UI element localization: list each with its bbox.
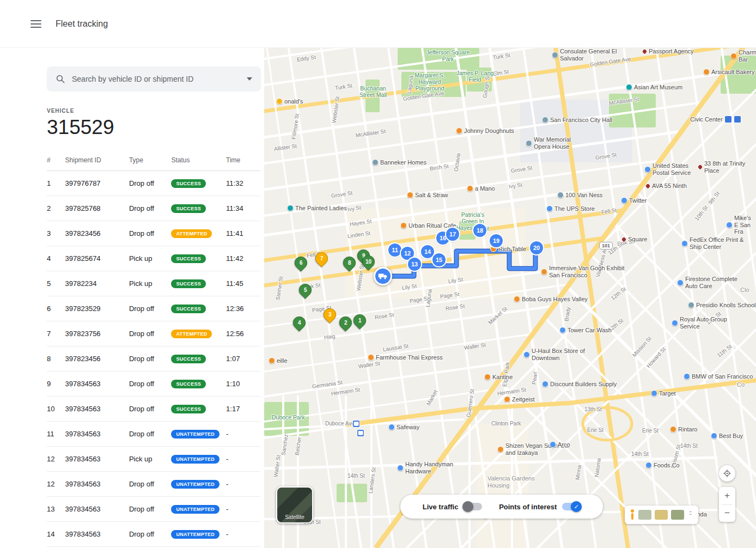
shipment-status: UNATTEMPTED — [171, 447, 226, 472]
map-stops: 1234567891011121314151617181920 — [264, 48, 756, 548]
shipment-time: 11:41 — [226, 221, 260, 246]
shipment-row[interactable]: 6397823529Drop offSUCCESS12:36 — [47, 296, 260, 321]
shipment-status: UNATTEMPTED — [171, 422, 226, 447]
shipment-status: SUCCESS — [171, 296, 226, 321]
shipment-id: 397834563 — [65, 497, 129, 522]
shipment-time: - — [226, 472, 260, 497]
menu-button[interactable] — [31, 20, 41, 28]
points-of-interest-toggle[interactable]: Points of interest ✓ — [499, 503, 581, 511]
photo-thumbnail[interactable] — [671, 510, 684, 520]
shipment-time: 11:42 — [226, 246, 260, 271]
vehicle-marker[interactable] — [374, 267, 392, 285]
shipment-id: 397834563 — [65, 397, 129, 422]
shipment-id: 397823756 — [65, 321, 129, 346]
shipment-id: 397976787 — [65, 171, 129, 196]
shipment-row[interactable]: 14397834563Drop offUNATTEMPTED- — [47, 522, 260, 547]
shipment-time: 11:32 — [226, 171, 260, 196]
zoom-controls: + − — [719, 487, 735, 522]
shipment-time: - — [226, 422, 260, 447]
pegman-icon[interactable] — [629, 509, 635, 520]
shipment-row[interactable]: 2397825768Drop offSUCCESS11:34 — [47, 196, 260, 221]
shipment-id: 397834563 — [65, 447, 129, 472]
shipment-row[interactable]: 7397823756Drop offATTEMPTED12:56 — [47, 321, 260, 346]
shipment-id: 397834563 — [65, 522, 129, 547]
shipment-status: ATTEMPTED — [171, 321, 226, 346]
shipment-row[interactable]: 12397834563Pick upUNATTEMPTED- — [47, 447, 260, 472]
stop-marker-2[interactable]: 2 — [337, 314, 355, 332]
photo-thumbnail[interactable] — [638, 510, 651, 520]
zoom-out-button[interactable]: − — [719, 505, 735, 522]
shipment-type: Drop off — [129, 422, 172, 447]
stop-marker-3[interactable]: 3 — [321, 306, 339, 324]
stop-marker-8[interactable]: 8 — [340, 254, 358, 272]
stop-marker-4[interactable]: 4 — [290, 314, 308, 332]
column-header: Shipment ID — [65, 153, 129, 171]
fleet-tracking-app: Fleet tracking Search by vehicle ID or s… — [0, 0, 756, 548]
shipment-row[interactable]: 12397834563Drop offUNATTEMPTED- — [47, 472, 260, 497]
row-number: 4 — [47, 246, 65, 271]
row-number: 12 — [47, 472, 65, 497]
shipment-table: #Shipment IDTypeStatusTime 1397976787Dro… — [47, 153, 260, 547]
stop-marker-20[interactable]: 20 — [530, 241, 543, 254]
status-badge: UNATTEMPTED — [171, 430, 220, 439]
row-number: 5 — [47, 271, 65, 296]
shipment-time: 12:56 — [226, 321, 260, 346]
shipment-type: Drop off — [129, 196, 172, 221]
search-icon — [56, 74, 65, 84]
status-badge: SUCCESS — [171, 405, 206, 413]
row-number: 3 — [47, 221, 65, 246]
my-location-button[interactable] — [719, 465, 735, 482]
shipment-row[interactable]: 11397834563Drop offUNATTEMPTED- — [47, 422, 260, 447]
shipment-status: UNATTEMPTED — [171, 497, 226, 522]
points-of-interest-switch[interactable]: ✓ — [562, 503, 581, 510]
stop-marker-19[interactable]: 19 — [490, 234, 503, 247]
shipment-time: - — [226, 522, 260, 547]
live-traffic-toggle[interactable]: Live traffic — [423, 503, 483, 511]
search-box[interactable]: Search by vehicle ID or shipment ID — [47, 66, 261, 92]
live-traffic-switch[interactable] — [464, 503, 482, 510]
map[interactable]: Eddy StTurk StTurk StGolden Gate AveGold… — [264, 48, 756, 548]
stop-marker-17[interactable]: 17 — [446, 228, 459, 241]
collapse-chevrons-icon[interactable]: ⌃⌃ — [687, 512, 694, 517]
row-number: 13 — [47, 497, 65, 522]
shipment-row[interactable]: 9397834563Drop offSUCCESS1:10 — [47, 372, 260, 397]
chevron-down-icon[interactable] — [247, 77, 252, 81]
shipment-row[interactable]: 3397823456Drop offATTEMPTED11:41 — [47, 221, 260, 246]
table-header-row: #Shipment IDTypeStatusTime — [47, 153, 260, 171]
stop-marker-15[interactable]: 15 — [432, 253, 446, 266]
status-badge: SUCCESS — [171, 204, 206, 213]
stop-marker-11[interactable]: 11 — [388, 243, 401, 257]
row-number: 12 — [47, 447, 65, 472]
main-content: Search by vehicle ID or shipment ID VEHI… — [0, 48, 756, 548]
shipment-type: Drop off — [129, 372, 172, 397]
row-number: 6 — [47, 296, 65, 321]
shipment-row[interactable]: 8397823456Drop offSUCCESS1:07 — [47, 346, 260, 372]
stop-marker-14[interactable]: 14 — [421, 245, 434, 258]
app-title: Fleet tracking — [56, 19, 108, 29]
sidebar: Search by vehicle ID or shipment ID VEHI… — [0, 48, 264, 548]
vehicle-id: 315529 — [47, 116, 261, 139]
satellite-toggle[interactable]: Satellite — [276, 486, 313, 523]
shipment-status: ATTEMPTED — [171, 221, 226, 246]
shipment-row[interactable]: 10397834563Drop offSUCCESS1:17 — [47, 397, 260, 422]
shipment-time: 1:17 — [226, 397, 260, 422]
row-number: 14 — [47, 522, 65, 547]
photo-thumbnail[interactable] — [655, 510, 668, 520]
stop-marker-1[interactable]: 1 — [351, 312, 369, 330]
stop-marker-7[interactable]: 7 — [313, 249, 331, 267]
shipment-row[interactable]: 4397825674Pick upSUCCESS11:42 — [47, 246, 260, 271]
stop-marker-6[interactable]: 6 — [292, 254, 310, 272]
stop-marker-18[interactable]: 18 — [473, 224, 486, 237]
shipment-type: Drop off — [129, 296, 172, 321]
stop-marker-5[interactable]: 5 — [296, 281, 314, 299]
shipment-row[interactable]: 539782234Pick upSUCCESS11:45 — [47, 271, 260, 296]
status-badge: SUCCESS — [171, 355, 206, 363]
shipment-time: - — [226, 497, 260, 522]
stop-marker-13[interactable]: 13 — [408, 258, 421, 271]
shipment-row[interactable]: 1397976787Drop offSUCCESS11:32 — [47, 171, 260, 196]
shipment-status: UNATTEMPTED — [171, 522, 226, 547]
shipment-type: Drop off — [129, 472, 172, 497]
zoom-in-button[interactable]: + — [719, 487, 735, 504]
shipment-row[interactable]: 13397834563Drop offUNATTEMPTED- — [47, 497, 260, 522]
status-badge: SUCCESS — [171, 305, 206, 313]
